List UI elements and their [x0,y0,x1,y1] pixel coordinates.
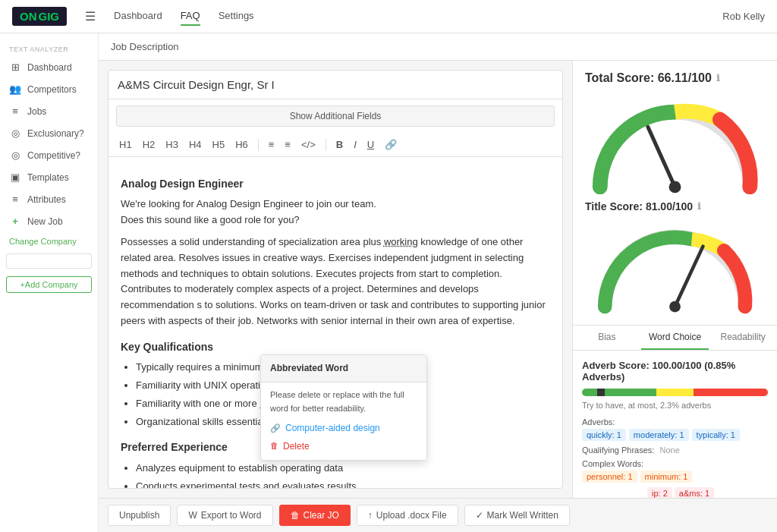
complex-word-tag-1: minimum: 1 [640,471,693,483]
sidebar-label-templates: Templates [27,172,69,183]
tab-bias[interactable]: Bias [573,326,641,350]
qualifying-value: None [659,445,679,455]
right-panel: Total Score: 66.11/100 ℹ [572,61,777,498]
change-company-link[interactable]: Change Company [0,232,98,250]
score-section: Total Score: 66.11/100 ℹ [573,61,777,326]
complex-words-label: Complex Words: [582,459,768,468]
content-intro: We're looking for Analog Design Engineer… [121,197,550,228]
checkmark-icon: ✓ [476,510,483,521]
sidebar: TEXT ANALYZER ⊞ Dashboard 👥 Competitors … [0,33,99,532]
list-button[interactable]: ≡ [266,137,278,152]
editor-content[interactable]: Analog Design Engineer We're looking for… [109,157,562,488]
delete-option[interactable]: 🗑 Delete [270,439,417,454]
title-score-info-icon[interactable]: ℹ [697,201,701,212]
format-h3[interactable]: H3 [162,137,181,152]
nav-faq[interactable]: FAQ [181,7,200,26]
editor-toolbar: H1 H2 H3 H4 H5 H6 ≡ ≡ </> B I U 🔗 [109,133,562,157]
competitors-icon: 👥 [9,83,21,95]
toolbar-divider-1 [258,139,259,151]
tab-readability[interactable]: Readability [709,326,777,350]
new-job-icon: + [9,216,21,227]
sidebar-item-templates[interactable]: ▣ Templates [0,166,98,188]
clear-jo-button[interactable]: 🗑 Clear JO [279,505,351,526]
show-fields-button[interactable]: Show Additional Fields [116,105,555,127]
title-score-gauge-container [585,216,765,313]
qualifying-phrases-label: Qualifying Phrases: None [582,445,768,455]
tooltip-header: Abbreviated Word [261,355,426,382]
upload-docx-button[interactable]: ↑ Upload .docx File [357,505,458,526]
content-heading: Analog Design Engineer [121,175,550,192]
link-button[interactable]: 🔗 [382,137,400,152]
format-h6[interactable]: H6 [232,137,251,152]
hamburger-icon[interactable]: ☰ [85,9,96,24]
sidebar-label-attributes: Attributes [27,194,66,205]
export-word-button[interactable]: W Export to Word [177,505,272,526]
tab-word-choice[interactable]: Word Choice [641,326,709,350]
italic-button[interactable]: I [351,137,360,152]
total-score-gauge [585,90,765,194]
svg-point-1 [669,181,681,193]
format-h2[interactable]: H2 [140,137,159,152]
bar-red-segment [694,389,768,396]
format-h5[interactable]: H5 [209,137,228,152]
adverb-hint: Try to have, at most, 2.3% adverbs [582,401,768,410]
adverb-tag-0: quickly: 1 [582,429,626,441]
sidebar-label-exclusionary: Exclusionary? [27,128,84,139]
complex-words-tags: personnel: 1 minimum: 1 [582,471,768,483]
logo-gig: GIG [39,10,60,23]
abbr-tag-1: a&ms: 1 [675,487,714,498]
sidebar-item-attributes[interactable]: ≡ Attributes [0,188,98,210]
total-score-label: Total Score: 66.11/100 [585,71,712,85]
computer-aided-design-link[interactable]: 🔗 Computer-aided design [270,421,417,436]
underline-button[interactable]: U [364,137,377,152]
content-header: Job Description [99,33,777,61]
sidebar-item-competitors[interactable]: 👥 Competitors [0,78,98,100]
title-score: Title Score: 81.00/100 ℹ [585,200,765,212]
adverb-score-bar [582,389,768,396]
clear-jo-label: Clear JO [304,510,339,521]
format-h1[interactable]: H1 [116,137,135,152]
title-score-label: Title Score: 81.00/100 [585,200,693,212]
code-button[interactable]: </> [298,137,319,152]
abbreviated-word-tooltip: Abbreviated Word Please delete or replac… [260,354,427,461]
word-choice-content: Adverb Score: 100.00/100 (0.85% Adverbs)… [573,351,777,498]
adverb-score-bar-container [582,389,768,396]
sidebar-item-exclusionary[interactable]: ◎ Exclusionary? [0,122,98,144]
nav-settings[interactable]: Settings [219,7,254,26]
tooltip-link-label: Computer-aided design [285,421,380,436]
unpublish-button[interactable]: Unpublish [108,505,171,526]
mark-well-written-button[interactable]: ✓ Mark Well Written [464,505,570,526]
sidebar-item-new-job[interactable]: + New Job [0,210,98,232]
tooltip-body: Please delete or replace with the full w… [261,382,426,460]
add-company-button[interactable]: +Add Company [6,276,92,293]
sidebar-label-dashboard: Dashboard [27,62,72,73]
sidebar-item-dashboard[interactable]: ⊞ Dashboard [0,56,98,78]
attributes-icon: ≡ [9,194,21,205]
bar-green-segment [582,389,656,396]
company-select-input[interactable] [6,253,92,269]
editor-section: Show Additional Fields H1 H2 H3 H4 H5 H6… [108,70,563,489]
indent-button[interactable]: ≡ [282,137,294,152]
export-word-icon: W [188,510,197,521]
delete-label: Delete [283,439,310,454]
working-highlight: working [384,236,418,247]
upload-docx-label: Upload .docx File [376,510,447,521]
svg-line-0 [648,127,675,187]
sidebar-item-jobs[interactable]: ≡ Jobs [0,100,98,122]
total-score-info-icon[interactable]: ℹ [716,73,720,83]
tooltip-text: Please delete or replace with the full w… [270,389,417,415]
dashboard-icon: ⊞ [9,61,21,73]
mark-well-written-label: Mark Well Written [487,510,558,521]
bold-button[interactable]: B [333,137,346,152]
score-tabs: Bias Word Choice Readability [573,326,777,351]
format-h4[interactable]: H4 [186,137,205,152]
top-nav: ONGIG ☰ Dashboard FAQ Settings Rob Kelly [0,0,777,33]
nav-dashboard[interactable]: Dashboard [114,7,162,26]
adverb-tag-1: moderately: 1 [629,429,689,441]
trash-icon: 🗑 [270,439,278,453]
job-title-bar [109,71,562,99]
job-title-input[interactable] [118,78,553,91]
sidebar-item-competitive[interactable]: ◎ Competitive? [0,144,98,166]
sidebar-label-competitive: Competitive? [27,150,80,161]
sidebar-label-competitors: Competitors [27,84,77,95]
